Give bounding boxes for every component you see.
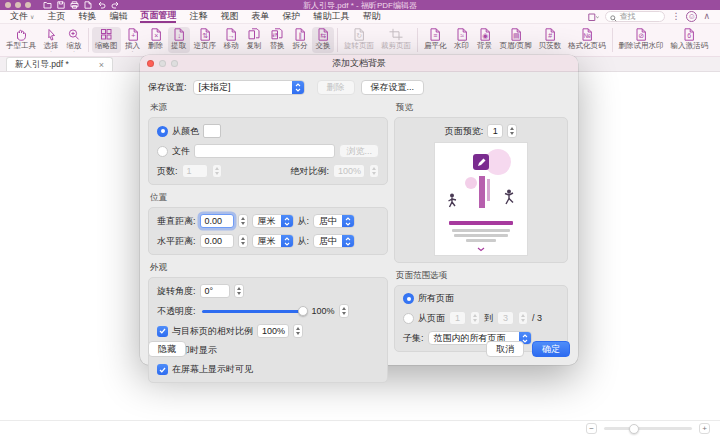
- opacity-slider[interactable]: [202, 310, 306, 313]
- ribbon-button-select[interactable]: 选择·: [40, 27, 62, 53]
- more-options-icon[interactable]: ⋮: [671, 12, 680, 21]
- ribbon-button-watermark[interactable]: ≈水印: [451, 27, 473, 53]
- vertical-distance-stepper[interactable]: [238, 214, 248, 228]
- menu-tab-file[interactable]: 文件∨: [10, 10, 34, 23]
- saved-settings-select[interactable]: [未指定]: [193, 80, 305, 95]
- file-path-input[interactable]: [194, 144, 335, 158]
- open-file-icon[interactable]: [43, 1, 52, 9]
- window-minimize-button[interactable]: [15, 2, 21, 8]
- rotation-input[interactable]: 0°: [200, 284, 230, 298]
- chevron-updown-icon: [342, 234, 354, 248]
- new-document-icon[interactable]: [84, 1, 92, 9]
- ribbon-button-flatten[interactable]: ≡扁平化: [421, 27, 450, 53]
- account-avatar[interactable]: ☺: [686, 11, 697, 22]
- opacity-slider-thumb[interactable]: [298, 306, 308, 316]
- menu-tab-comment[interactable]: 注释: [189, 10, 207, 23]
- preview-section: 页面预览: 1: [394, 117, 568, 263]
- page-preview-thumbnail: [435, 143, 527, 255]
- window-zoom-button[interactable]: [25, 2, 31, 8]
- relative-scale-stepper[interactable]: [293, 324, 303, 338]
- menu-tab-page-management[interactable]: 页面管理: [140, 10, 176, 23]
- from-page-label: 从页面: [418, 312, 445, 325]
- zoom-slider[interactable]: [604, 427, 692, 430]
- menu-tab-help[interactable]: 帮助: [362, 10, 380, 23]
- menu-tab-protect[interactable]: 保护: [282, 10, 300, 23]
- ribbon-button-format-page-numbers[interactable]: №格式化页码: [565, 27, 609, 53]
- menu-tab-edit[interactable]: 编辑: [109, 10, 127, 23]
- vertical-unit-select[interactable]: 厘米: [252, 214, 294, 228]
- menu-tab-accessibility-tools[interactable]: 辅助工具: [313, 10, 349, 23]
- quick-tools-icon[interactable]: [588, 8, 599, 26]
- page-preview-stepper[interactable]: [507, 124, 517, 138]
- menu-tab-view[interactable]: 视图: [220, 10, 238, 23]
- page-range-radio[interactable]: [403, 313, 414, 324]
- save-icon[interactable]: [57, 1, 65, 9]
- hide-button[interactable]: 隐藏: [148, 341, 186, 357]
- svg-text:+: +: [131, 33, 135, 40]
- vertical-distance-input[interactable]: 0.00: [200, 214, 234, 228]
- horizontal-unit-select[interactable]: 厘米: [252, 234, 294, 248]
- collapse-ribbon-icon[interactable]: ∧: [703, 12, 710, 21]
- svg-text:⇆: ⇆: [320, 33, 326, 40]
- tab-close-icon[interactable]: ×: [99, 60, 104, 70]
- svg-text:№: №: [583, 33, 591, 40]
- to-page-field: 3: [497, 311, 514, 325]
- search-box[interactable]: [605, 11, 665, 22]
- menu-tab-home[interactable]: 主页: [47, 10, 65, 23]
- window-close-button[interactable]: [5, 2, 11, 8]
- zoom-in-button[interactable]: +: [699, 423, 710, 434]
- show-on-screen-checkbox[interactable]: [157, 364, 168, 375]
- ribbon-button-hand-tool[interactable]: 手型工具: [3, 27, 39, 53]
- zoom-out-button[interactable]: −: [586, 423, 597, 434]
- status-bar: − +: [0, 420, 720, 436]
- vertical-from-select[interactable]: 居中: [313, 214, 355, 228]
- ribbon-button-remove-trial-watermark[interactable]: ⊘删除试用水印: [616, 27, 667, 53]
- ribbon-button-thumbnails[interactable]: 缩略图: [92, 27, 121, 53]
- opacity-stepper[interactable]: [339, 304, 349, 318]
- ribbon-button-delete[interactable]: ×删除: [145, 27, 167, 53]
- horizontal-from-label: 从:: [298, 235, 310, 248]
- undo-icon[interactable]: [97, 1, 106, 9]
- ribbon-button-zoom[interactable]: 缩放·: [63, 27, 85, 53]
- ribbon-button-extract[interactable]: ↓提取: [168, 27, 190, 53]
- ribbon-button-replace[interactable]: ⇄替换: [266, 27, 288, 53]
- ribbon-button-insert[interactable]: +插入·: [122, 27, 144, 53]
- color-swatch[interactable]: [203, 124, 221, 138]
- document-tab[interactable]: 新人引导.pdf * ×: [6, 57, 113, 71]
- horizontal-from-select[interactable]: 居中: [313, 234, 355, 248]
- menu-tab-convert[interactable]: 转换: [78, 10, 96, 23]
- ribbon-button-swap[interactable]: ⇆交换: [312, 27, 334, 53]
- ribbon-button-background[interactable]: ◉背景: [474, 27, 496, 53]
- svg-text:↓: ↓: [177, 33, 181, 40]
- ribbon-button-bates-number[interactable]: #贝茨数: [536, 27, 565, 53]
- vertical-title-text: [479, 176, 485, 208]
- doc-icon: ▤: [508, 28, 524, 42]
- relative-scale-checkbox[interactable]: [157, 326, 168, 337]
- cancel-button[interactable]: 取消: [486, 341, 524, 357]
- ribbon-button-duplicate[interactable]: 复制: [243, 27, 265, 53]
- ribbon-button-label: 删除: [148, 42, 163, 50]
- search-input[interactable]: [619, 12, 659, 21]
- ribbon-button-reverse-page-order[interactable]: ⇅逆页序: [191, 27, 220, 53]
- save-setting-button[interactable]: 保存设置...: [361, 80, 425, 95]
- doc-icon: →: [223, 28, 239, 42]
- rotation-stepper[interactable]: [234, 284, 244, 298]
- horizontal-distance-input[interactable]: 0.00: [200, 234, 234, 248]
- relative-scale-input[interactable]: 100%: [257, 324, 289, 338]
- ribbon-button-header-footer[interactable]: ▤页眉/页脚: [497, 27, 535, 53]
- from-color-radio[interactable]: [157, 126, 168, 137]
- dialog-close-button[interactable]: [147, 60, 154, 67]
- ribbon-button-split[interactable]: ∥拆分: [289, 27, 311, 53]
- ok-button[interactable]: 确定: [532, 341, 570, 357]
- zoom-slider-thumb[interactable]: [629, 424, 639, 434]
- menu-tab-form[interactable]: 表单: [251, 10, 269, 23]
- redo-icon[interactable]: [111, 1, 120, 9]
- ribbon-button-enter-activation-code[interactable]: 6输入激活码: [668, 27, 712, 53]
- all-pages-radio[interactable]: [403, 293, 414, 304]
- horizontal-distance-stepper[interactable]: [238, 234, 248, 248]
- print-icon[interactable]: [70, 1, 79, 9]
- ribbon-button-move[interactable]: →移动: [220, 27, 242, 53]
- from-file-radio[interactable]: [157, 146, 168, 157]
- svg-text:⇄: ⇄: [272, 32, 278, 39]
- page-preview-input[interactable]: 1: [487, 124, 503, 138]
